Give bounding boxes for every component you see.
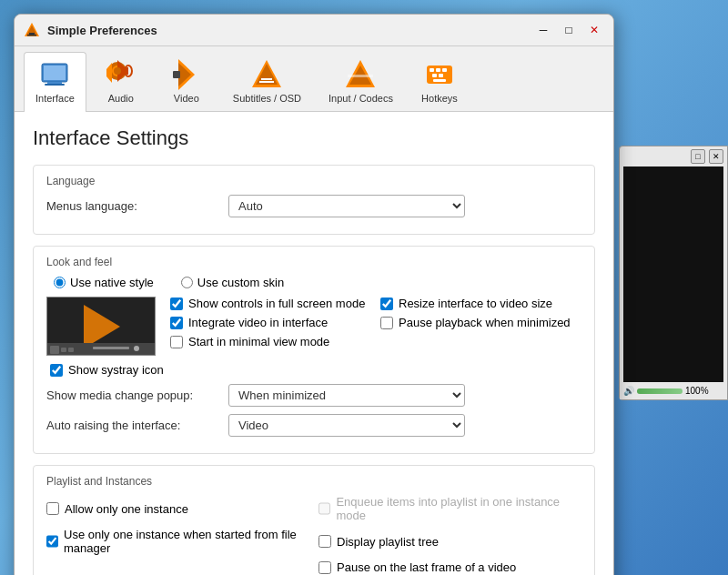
volume-row: 🔊 100%	[623, 386, 723, 396]
tab-video-label: Video	[174, 93, 199, 104]
enqueue-checkbox[interactable]: Enqueue items into playlist in one insta…	[318, 495, 581, 522]
svg-rect-30	[433, 79, 446, 82]
one-instance-checkbox[interactable]: Allow only one instance	[46, 495, 309, 522]
tab-hotkeys[interactable]: Hotkeys	[409, 52, 470, 111]
auto-raising-select[interactable]: Video Never Always	[228, 414, 465, 437]
tab-audio[interactable]: Audio	[90, 52, 152, 111]
menus-language-row: Menus language: Auto English French Germ…	[46, 195, 581, 217]
playlist-checkboxes: Allow only one instance Enqueue items in…	[46, 495, 581, 574]
show-media-popup-row: Show media change popup: When minimized …	[46, 384, 581, 407]
svg-rect-35	[61, 348, 66, 352]
svg-rect-5	[44, 66, 66, 80]
minimal-view-label: Start in minimal view mode	[188, 335, 329, 348]
integrate-video-label: Integrate video in interface	[188, 316, 328, 329]
systray-checkbox[interactable]: Show systray icon	[50, 363, 581, 377]
menus-language-select[interactable]: Auto English French German	[228, 195, 465, 217]
svg-rect-27	[442, 68, 447, 72]
pause-last-frame-label: Pause on the last frame of a video	[337, 560, 516, 574]
tab-bar: Interface Audio	[15, 46, 613, 112]
volume-bar[interactable]	[637, 388, 682, 394]
show-media-popup-select[interactable]: When minimized Always Never	[228, 384, 465, 407]
auto-raising-row: Auto raising the interface: Video Never …	[46, 414, 581, 437]
svg-rect-3	[27, 35, 36, 36]
settings-content: Interface Settings Language Menus langua…	[15, 112, 613, 575]
svg-point-38	[134, 346, 139, 351]
playlist-section-title: Playlist and Instances	[46, 475, 581, 488]
show-controls-checkbox[interactable]: Show controls in full screen mode	[170, 297, 371, 310]
tab-hotkeys-label: Hotkeys	[421, 93, 458, 104]
show-media-popup-label: Show media change popup:	[46, 388, 228, 402]
mini-player-video	[623, 166, 723, 382]
svg-rect-19	[261, 78, 272, 80]
checkbox-grid: Show controls in full screen mode Resize…	[170, 297, 581, 348]
resize-interface-checkbox[interactable]: Resize interface to video size	[380, 297, 581, 310]
integrate-video-checkbox[interactable]: Integrate video in interface	[170, 316, 371, 329]
minimal-view-checkbox[interactable]: Start in minimal view mode	[170, 335, 371, 348]
svg-rect-23	[348, 75, 373, 77]
titlebar: Simple Preferences ─ □ ✕	[15, 15, 613, 46]
language-section-title: Language	[46, 175, 581, 187]
svg-rect-28	[432, 74, 437, 77]
mini-player-controls: 🔊 100%	[620, 382, 727, 399]
tab-subtitles-icon	[250, 58, 283, 91]
menus-language-label: Menus language:	[46, 199, 228, 213]
mini-maximize-button[interactable]: □	[691, 149, 705, 164]
auto-raising-label: Auto raising the interface:	[46, 419, 228, 432]
tab-video-icon	[170, 58, 203, 91]
look-and-feel-title: Look and feel	[46, 256, 581, 268]
show-controls-label: Show controls in full screen mode	[188, 297, 365, 310]
tab-subtitles-label: Subtitles / OSD	[233, 93, 301, 104]
look-and-feel-section: Look and feel Use native style Use custo…	[33, 246, 595, 454]
window-controls: ─ □ ✕	[533, 20, 604, 40]
svg-rect-7	[45, 84, 65, 86]
close-button[interactable]: ✕	[584, 20, 604, 40]
tab-input-label: Input / Codecs	[329, 93, 393, 104]
tab-interface-label: Interface	[35, 93, 75, 104]
resize-interface-label: Resize interface to video size	[399, 297, 552, 310]
mini-player-titlebar: □ ✕	[620, 146, 727, 166]
custom-skin-label: Use custom skin	[197, 276, 284, 289]
tab-input[interactable]: Input / Codecs	[317, 52, 405, 111]
svg-rect-37	[93, 347, 129, 349]
pause-last-frame-checkbox[interactable]: Pause on the last frame of a video	[318, 560, 581, 574]
minimize-button[interactable]: ─	[533, 20, 553, 40]
dialog-title: Simple Preferences	[47, 24, 533, 37]
pause-minimized-label: Pause playback when minimized	[399, 316, 571, 329]
tab-subtitles[interactable]: Subtitles / OSD	[221, 52, 313, 111]
custom-skin-radio[interactable]: Use custom skin	[181, 276, 284, 289]
style-radio-group: Use native style Use custom skin	[54, 276, 581, 289]
tab-audio-icon	[105, 58, 137, 91]
tab-audio-label: Audio	[108, 93, 134, 104]
preview-options-row: Show controls in full screen mode Resize…	[46, 297, 581, 356]
svg-rect-25	[430, 68, 434, 72]
tab-interface[interactable]: Interface	[24, 52, 86, 112]
file-manager-instance-checkbox[interactable]: Use only one instance when started from …	[46, 528, 309, 555]
tab-interface-icon	[38, 58, 71, 91]
svg-rect-20	[259, 81, 274, 83]
speaker-icon: 🔊	[623, 386, 634, 396]
pause-minimized-checkbox[interactable]: Pause playback when minimized	[380, 316, 581, 329]
svg-rect-29	[439, 74, 443, 77]
volume-label: 100%	[685, 386, 709, 396]
mini-close-button[interactable]: ✕	[709, 149, 723, 164]
svg-rect-36	[68, 348, 74, 352]
mini-player-panel: □ ✕ 🔊 100%	[619, 146, 728, 400]
maximize-button[interactable]: □	[559, 20, 579, 40]
native-style-radio[interactable]: Use native style	[54, 276, 154, 289]
svg-rect-26	[436, 68, 440, 72]
tab-hotkeys-icon	[423, 58, 456, 91]
display-playlist-tree-checkbox[interactable]: Display playlist tree	[318, 528, 581, 555]
language-section: Language Menus language: Auto English Fr…	[33, 165, 595, 235]
preferences-dialog: Simple Preferences ─ □ ✕ Interface	[14, 14, 614, 575]
vlc-icon	[24, 22, 40, 38]
systray-label: Show systray icon	[68, 363, 164, 377]
one-instance-label: Allow only one instance	[65, 502, 188, 516]
tab-video[interactable]: Video	[156, 52, 217, 111]
playlist-section: Playlist and Instances Allow only one in…	[33, 465, 595, 575]
file-manager-instance-label: Use only one instance when started from …	[64, 528, 309, 555]
interface-preview	[46, 297, 156, 356]
svg-rect-16	[173, 71, 180, 78]
page-title: Interface Settings	[33, 126, 595, 150]
svg-rect-34	[50, 346, 59, 354]
svg-marker-12	[106, 63, 112, 83]
